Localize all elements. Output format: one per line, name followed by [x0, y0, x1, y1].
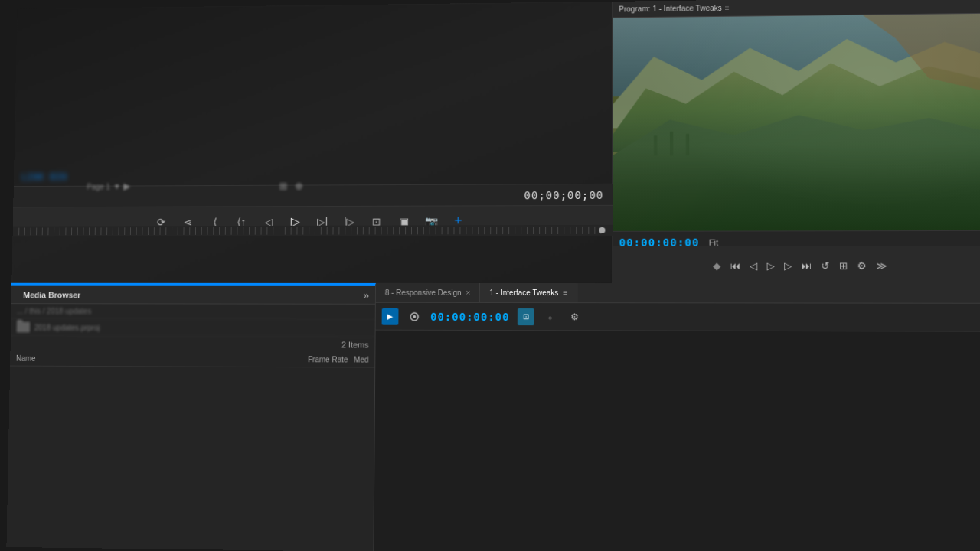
snap-icon	[408, 310, 420, 322]
program-monitor-menu[interactable]: ≡	[725, 4, 730, 12]
media-browser-path: 2018 updates.prproj	[11, 319, 375, 337]
svg-point-9	[413, 315, 416, 318]
program-transport-controls: ◆ ⏮ ◁ ▷ ▷ ⏭ ↺ ⊞ ⚙ ≫	[612, 246, 980, 283]
media-browser-header: Media Browser »	[11, 286, 375, 305]
panel-list-header: Name Frame Rate Med	[10, 351, 374, 368]
tab1-close[interactable]: ×	[466, 289, 471, 297]
program-prev-btn[interactable]: ⏮	[730, 259, 740, 271]
media-browser-breadcrumb: ... / this / 2018 updates	[11, 304, 375, 320]
timeline-timecode: 00:00:00:00	[430, 310, 509, 322]
timeline-tab-responsive[interactable]: 8 - Responsive Design ×	[376, 283, 481, 302]
tab2-menu[interactable]: ≡	[563, 289, 567, 297]
source-timecode-display: 00;00;00;00	[524, 188, 603, 201]
program-loop-btn[interactable]: ↺	[821, 259, 829, 271]
svg-marker-3	[612, 113, 980, 231]
program-step-back[interactable]: ◁	[750, 259, 757, 271]
tl-snap-btn[interactable]	[406, 308, 423, 324]
tl-settings-icon: ⚙	[570, 311, 579, 322]
items-count: 2 Items	[11, 336, 375, 352]
source-markers-btn[interactable]: ⊕	[295, 181, 303, 192]
program-monitor-scene	[612, 14, 980, 231]
svg-rect-6	[686, 134, 689, 155]
program-safe-margin[interactable]: ⊞	[839, 259, 848, 271]
tl-settings-btn[interactable]: ⚙	[567, 308, 583, 325]
program-monitor-title: Program: 1 - Interface Tweaks	[619, 4, 721, 14]
tab1-label: 8 - Responsive Design	[385, 289, 462, 297]
tl-marker-btn[interactable]: ⊡	[518, 308, 534, 325]
tl-play-btn[interactable]: ▶	[382, 308, 399, 324]
svg-rect-5	[670, 132, 673, 155]
timeline-toolbar: ▶ 00:00:00:00 ⊡ ⬦ ⚙	[376, 303, 980, 332]
program-play-btn[interactable]: ▷	[767, 259, 775, 271]
program-step-fwd[interactable]: ▷	[784, 259, 792, 271]
source-monitor: LINK BIN 00;00;00;00 ⟳ ⋖ ⟨ ⟨↑ ◁ ▷ ▷| |▷ …	[11, 2, 612, 283]
media-browser-panel: Media Browser » ... / this / 2018 update…	[6, 283, 376, 551]
program-settings-btn[interactable]: ⚙	[858, 259, 867, 271]
program-next-btn[interactable]: ⏭	[802, 259, 812, 271]
folder-icon	[17, 322, 30, 333]
media-browser-expand[interactable]: »	[363, 289, 369, 301]
breadcrumb-text: ... / this / 2018 updates	[17, 307, 91, 315]
timeline-panel: 8 - Responsive Design × 1 - Interface Tw…	[374, 283, 980, 551]
tl-nudge-icon: ⬦	[547, 311, 553, 322]
program-fit-label: Fit	[709, 237, 718, 246]
svg-rect-4	[654, 135, 657, 155]
tl-nudge-btn[interactable]: ⬦	[542, 308, 559, 325]
media-browser-tab[interactable]: Media Browser	[17, 289, 87, 301]
source-panel-label: LINK BIN	[21, 171, 67, 182]
program-more-btn[interactable]: ≫	[876, 259, 887, 271]
page-label: Page 1	[87, 182, 110, 191]
tab2-label: 1 - Interface Tweaks	[489, 289, 558, 297]
program-marker-btn[interactable]: ◆	[713, 259, 720, 271]
col-name: Name	[16, 354, 308, 364]
timeline-tabs: 8 - Responsive Design × 1 - Interface Tw…	[376, 283, 980, 304]
program-monitor-video	[612, 14, 980, 231]
tl-play-icon: ▶	[387, 312, 394, 321]
page-dropdown[interactable]: ▾	[114, 181, 119, 192]
page-fwd[interactable]: ▶	[123, 181, 130, 192]
source-grid-btn[interactable]: ⊞	[279, 181, 288, 192]
source-scrubber-head[interactable]	[599, 227, 605, 233]
timeline-tab-interface-tweaks[interactable]: 1 - Interface Tweaks ≡	[480, 283, 577, 302]
project-file-name: 2018 updates.prproj	[34, 323, 100, 331]
program-monitor: Program: 1 - Interface Tweaks ≡	[612, 0, 980, 283]
tl-marker-icon: ⊡	[523, 312, 529, 321]
col-media: Med	[354, 355, 368, 364]
items-count-label: 2 Items	[341, 340, 369, 349]
col-frame-rate: Frame Rate	[308, 355, 348, 364]
